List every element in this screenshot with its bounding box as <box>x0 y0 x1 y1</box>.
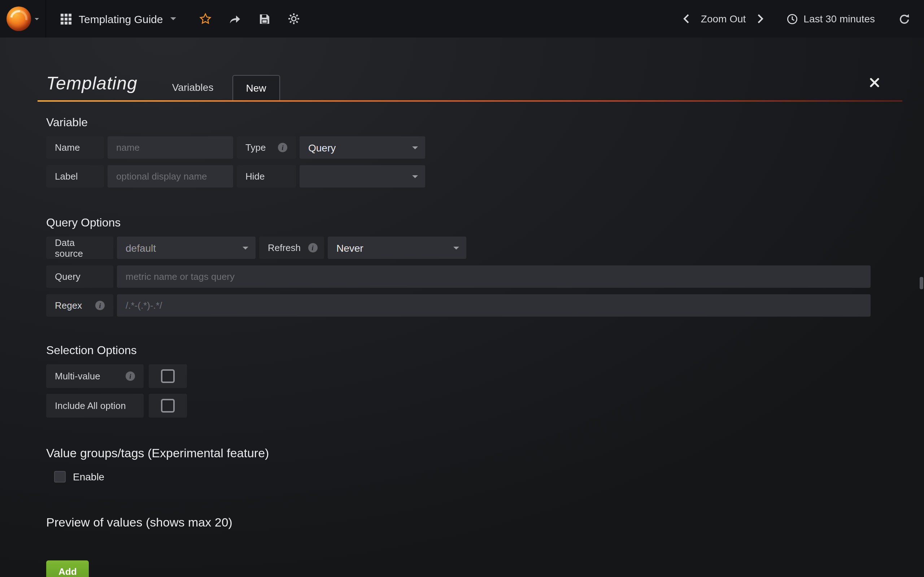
save-icon <box>259 13 270 24</box>
clock-icon <box>787 13 798 24</box>
grafana-logo-button[interactable] <box>0 0 46 37</box>
templating-settings-page: Templating Variables New Variable Name <box>0 37 924 577</box>
save-dashboard-button[interactable] <box>249 0 279 37</box>
tabs: Variables New <box>159 63 280 100</box>
time-controls: Zoom Out Last 30 minutes <box>677 0 924 37</box>
regex-info-icon[interactable] <box>95 301 105 310</box>
query-options-heading: Query Options <box>46 216 871 229</box>
label-input[interactable] <box>108 165 233 187</box>
hide-select-caret-icon <box>412 175 418 178</box>
refresh-button[interactable] <box>892 0 917 37</box>
query-options-row-1: Data source default Refresh Never <box>46 237 871 259</box>
refresh-icon <box>899 13 910 24</box>
chevron-left-icon <box>683 14 690 24</box>
include-all-checkbox-box <box>161 399 175 413</box>
enable-label: Enable <box>73 471 104 482</box>
regex-input[interactable] <box>117 294 871 317</box>
type-select-value: Query <box>308 142 336 153</box>
dashboard-actions <box>190 0 309 37</box>
query-label: Query <box>46 266 113 288</box>
zoom-out-button[interactable]: Zoom Out <box>696 0 751 37</box>
page-header: Templating Variables New <box>46 63 871 100</box>
share-dashboard-button[interactable] <box>220 0 249 37</box>
tab-new[interactable]: New <box>232 75 280 100</box>
close-button[interactable] <box>866 74 882 90</box>
dashboard-dropdown-caret-icon <box>170 17 176 20</box>
multi-value-checkbox-box <box>161 369 175 383</box>
multi-value-row: Multi-value <box>46 364 871 388</box>
multi-value-label: Multi-value <box>46 364 144 388</box>
data-source-label: Data source <box>46 237 113 259</box>
dashboard-settings-button[interactable] <box>279 0 309 37</box>
data-source-select-caret-icon <box>242 246 248 249</box>
name-input[interactable] <box>108 136 233 159</box>
variable-section: Variable Name Type Query Label Hide <box>46 116 871 187</box>
refresh-select[interactable]: Never <box>328 237 466 259</box>
type-label: Type <box>237 136 296 159</box>
time-range-picker-button[interactable]: Last 30 minutes <box>780 0 882 37</box>
selection-options-heading: Selection Options <box>46 344 871 357</box>
hide-label: Hide <box>237 165 296 187</box>
refresh-select-value: Never <box>336 242 363 253</box>
chevron-right-icon <box>757 14 763 24</box>
add-button[interactable]: Add <box>46 561 89 577</box>
type-select-caret-icon <box>412 146 418 149</box>
refresh-select-caret-icon <box>453 246 459 249</box>
refresh-info-icon[interactable] <box>308 243 317 253</box>
regex-row: Regex <box>46 294 871 317</box>
variable-row-1: Name Type Query <box>46 136 871 159</box>
dashboard-grid-icon <box>61 13 71 24</box>
tab-variables[interactable]: Variables <box>159 75 227 100</box>
label-label: Label <box>46 165 104 187</box>
logo-dropdown-caret-icon <box>35 18 39 20</box>
preview-heading: Preview of values (shows max 20) <box>46 516 871 530</box>
dashboard-picker-button[interactable]: Templating Guide <box>46 0 187 37</box>
type-info-icon[interactable] <box>278 143 287 152</box>
grafana-logo-icon <box>6 6 31 31</box>
dashboard-title: Templating Guide <box>79 13 163 25</box>
value-groups-heading: Value groups/tags (Experimental feature) <box>46 446 871 461</box>
include-all-row: Include All option <box>46 394 871 417</box>
variable-row-2: Label Hide <box>46 165 871 187</box>
scrollbar-thumb[interactable] <box>920 277 923 289</box>
time-range-label: Last 30 minutes <box>803 13 875 24</box>
selection-options-section: Selection Options Multi-value Include Al… <box>46 344 871 417</box>
hide-select[interactable] <box>300 165 425 187</box>
preview-section: Preview of values (shows max 20) <box>46 516 871 530</box>
regex-label: Regex <box>46 294 113 317</box>
time-shift-forward-button[interactable] <box>751 0 769 37</box>
query-input[interactable] <box>117 266 871 288</box>
type-select[interactable]: Query <box>300 136 425 159</box>
enable-row: Enable <box>54 471 871 482</box>
share-icon <box>228 13 241 24</box>
query-row: Query <box>46 266 871 288</box>
grafana-app: Templating Guide <box>0 0 924 577</box>
gear-icon <box>288 13 300 24</box>
time-shift-back-button[interactable] <box>677 0 696 37</box>
top-navbar: Templating Guide <box>0 0 924 37</box>
grafana-logo-swirl <box>7 7 31 31</box>
include-all-checkbox[interactable] <box>149 394 187 417</box>
refresh-label: Refresh <box>259 237 324 259</box>
data-source-select[interactable]: default <box>117 237 255 259</box>
query-options-section: Query Options Data source default Refres… <box>46 216 871 317</box>
multi-value-info-icon[interactable] <box>126 371 135 381</box>
variable-heading: Variable <box>46 116 871 129</box>
include-all-label: Include All option <box>46 394 144 417</box>
page-title: Templating <box>46 73 137 100</box>
data-source-select-value: default <box>126 242 156 253</box>
enable-checkbox[interactable] <box>54 471 66 482</box>
value-groups-section: Value groups/tags (Experimental feature)… <box>46 446 871 482</box>
close-icon <box>869 77 879 87</box>
multi-value-checkbox[interactable] <box>149 364 187 388</box>
star-icon <box>199 13 211 24</box>
star-dashboard-button[interactable] <box>190 0 220 37</box>
name-label: Name <box>46 136 104 159</box>
